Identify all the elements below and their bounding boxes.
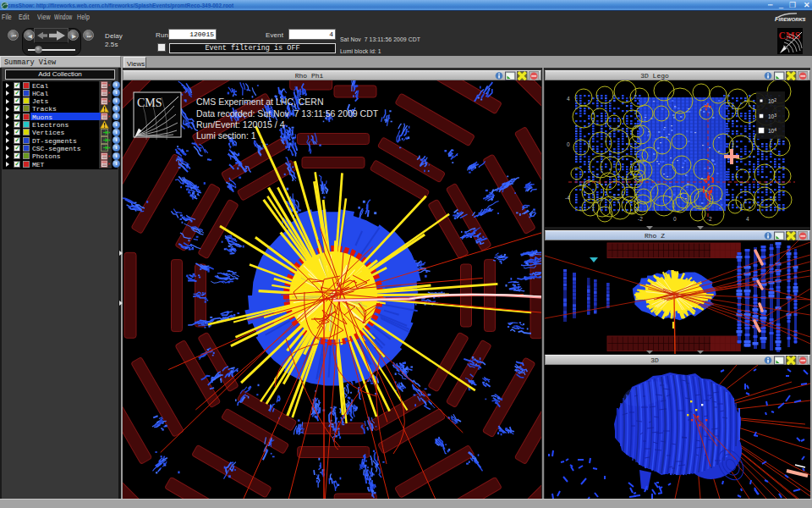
svg-text:Data recorded: Sat Nov 7 13:1: Data recorded: Sat Nov 7 13:11:56 2009 C… — [196, 108, 379, 119]
svg-text:4: 4 — [746, 216, 749, 222]
svg-text:FIREWORKS: FIREWORKS — [775, 15, 806, 23]
svg-text:CMS: CMS — [779, 30, 801, 41]
svg-text:2: 2 — [709, 216, 712, 222]
svg-text:CMS: CMS — [137, 97, 162, 109]
svg-text:CMS Experiment at LHC, CERN: CMS Experiment at LHC, CERN — [196, 97, 324, 107]
svg-text:0: 0 — [567, 141, 570, 147]
svg-text:0: 0 — [673, 216, 677, 222]
svg-text:Run/Event: 120015 / 4: Run/Event: 120015 / 4 — [196, 119, 285, 130]
svg-text:-2: -2 — [638, 216, 643, 222]
svg-text:-4: -4 — [565, 195, 570, 201]
svg-text:Lumi section: 1: Lumi section: 1 — [196, 130, 256, 141]
svg-text:4: 4 — [567, 96, 570, 102]
